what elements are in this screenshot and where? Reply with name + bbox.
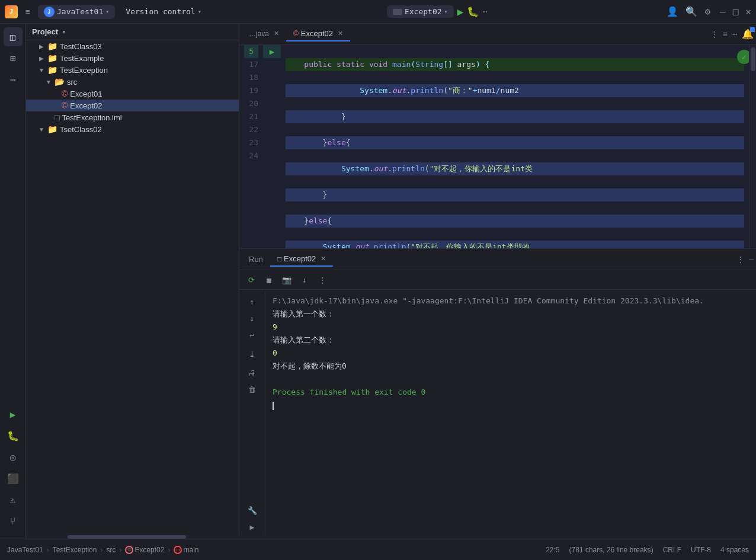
tree-item-testexample[interactable]: ▶ 📁 TestExample [26,52,239,64]
output-line-cmd: F:\Java\jdk-17\bin\java.exe "-javaagent:… [273,295,749,308]
sidebar-icon-structure[interactable]: ⊞ [4,49,23,68]
tree-item-iml[interactable]: ▶ □ TestException.iml [26,111,239,123]
run-gutter-icon[interactable]: ▶ [263,45,281,58]
bc-javatest01[interactable]: JavaTest01 [7,546,43,554]
sidebar-icon-git[interactable]: ⑂ [4,511,23,530]
h-scrollbar-track[interactable] [239,535,756,539]
window-controls: — □ ✕ [720,6,751,17]
tab-folder-icon: □ [277,255,281,263]
rerun-button[interactable]: ⟳ [244,273,258,287]
search-icon[interactable]: 🔍 [685,6,697,17]
code-content[interactable]: public static void main(String[] args) {… [281,45,749,248]
code-line-17: System.out.println("商："+num1/num2 [286,84,744,97]
tree-chevron-icon: ▼ [38,126,45,133]
char-info[interactable]: (781 chars, 26 line breaks) [569,546,654,554]
run-tab-close-icon[interactable]: ✕ [321,255,326,263]
bc-src[interactable]: src [106,546,116,554]
code-line-22: }else{ [286,215,744,228]
output-line-prompt1: 请输入第一个数： [273,308,749,321]
tab-java[interactable]: …java ✕ [242,27,286,41]
scrollbar-thumb[interactable] [751,47,755,71]
run-tab-except02[interactable]: □ Except02 ✕ [270,252,333,267]
tab-more-icon[interactable]: ≡ [723,30,728,39]
tree-item-src[interactable]: ▼ 📂 src [26,76,239,88]
line-ending[interactable]: CRLF [663,546,681,554]
settings-icon[interactable]: ⚙ [704,6,710,17]
indent[interactable]: 4 spaces [720,546,749,554]
tab-list-icon[interactable]: ⋮ [710,30,718,39]
output-line-prompt2: 请输入第二个数： [273,334,749,347]
more-button[interactable]: ⋯ [482,7,487,16]
debug-button[interactable]: 🐛 [467,6,479,17]
clear-button[interactable]: 🗑 [245,382,260,396]
tree-item-except02[interactable]: ▶ © Except02 [26,100,239,111]
hamburger-icon[interactable]: ≡ [23,7,33,17]
project-header[interactable]: Project ▾ [26,24,239,40]
scroll-to-end-button[interactable]: ↓ [297,273,312,287]
tree-item-except01[interactable]: ▶ © Except01 [26,88,239,100]
run-toolbar: ⟳ ■ 📷 ↓ ⋮ [239,270,756,290]
tab-close-icon[interactable]: ✕ [274,30,279,37]
output-cursor-line [273,399,749,412]
tree-item-testexception[interactable]: ▼ 📁 TestException [26,64,239,76]
bc-except02[interactable]: Except02 [134,546,164,554]
sidebar-icon-debug[interactable]: 🐛 [4,426,23,445]
maximize-button[interactable]: □ [733,6,739,17]
sidebar-icon-terminal[interactable]: ⬛ [4,469,23,488]
output-line-success: Process finished with exit code 0 [273,386,749,399]
encoding[interactable]: UTF-8 [691,546,711,554]
tab-except02[interactable]: © Except02 ✕ [286,27,350,41]
java-breadcrumb-icon: © [125,546,133,554]
sidebar-icon-folder[interactable]: ◫ [4,27,23,46]
print-button[interactable]: 🖨 [245,366,260,380]
code-line-19: }else{ [286,136,744,149]
scroll-up-button[interactable]: ↑ [245,295,260,309]
run-tab-run[interactable]: Run [242,252,270,266]
wrap-lines-button[interactable]: ↩ [245,328,260,342]
tab-java-label: …java [249,30,269,38]
output-line-error: 对不起，除数不能为0 [273,360,749,373]
bc-testexception[interactable]: TestException [53,546,97,554]
run-except02-label: Except02 [284,254,316,263]
editor-tabs: …java ✕ © Except02 ✕ ⋮ ≡ ⋯ 🔔 [239,24,756,45]
build-button[interactable]: 🔧 [245,503,260,517]
sidebar-icon-more[interactable]: ⋯ [4,70,23,89]
tree-item-tsetclass02[interactable]: ▼ 📁 TsetClass02 [26,123,239,135]
close-button[interactable]: ✕ [745,6,751,17]
run-again-button[interactable]: ▶ [245,520,260,534]
project-tab[interactable]: J JavaTest01 ▾ [38,5,115,19]
tree-item-testclass03[interactable]: ▶ 📁 TestClass03 [26,40,239,52]
output-prompt1-text: 请输入第一个数： [273,309,334,318]
bc-main[interactable]: main [183,546,198,554]
code-editor[interactable]: 5 17 18 19 20 21 22 23 24 ▶ [239,45,756,248]
cursor-position[interactable]: 22:5 [546,546,559,554]
run-config-selector[interactable]: Except02 ▾ [387,5,454,18]
more-actions-button[interactable]: ⋮ [315,273,329,287]
screenshot-button[interactable]: 📷 [280,273,294,287]
tab-overflow-icon[interactable]: ⋯ [732,30,737,39]
notification-bell[interactable]: 🔔 [742,28,754,40]
bc-main-with-icon[interactable]: m main [174,546,198,554]
minimize-button[interactable]: — [720,6,726,17]
sidebar-icon-problems[interactable]: ⚠ [4,490,23,509]
bc-except02-with-icon[interactable]: © Except02 [125,546,164,554]
profile-icon[interactable]: 👤 [667,6,678,17]
line-numbers: 5 17 18 19 20 21 22 23 24 [239,45,263,248]
run-button[interactable]: ▶ [457,5,464,18]
sidebar-icon-run[interactable]: ▶ [4,405,23,424]
scroll-down-button[interactable]: ↓ [245,311,260,325]
output-input1-text: 9 [273,322,277,331]
run-tab-more-icon[interactable]: ⋮ [736,255,744,264]
stop-button[interactable]: ■ [262,273,276,287]
tab-close-icon[interactable]: ✕ [338,30,343,37]
sidebar-icon-profile[interactable]: ◎ [4,447,23,466]
title-center: Except02 ▾ ▶ 🐛 ⋯ [212,5,662,18]
run-content[interactable]: F:\Java\jdk-17\bin\java.exe "-javaagent:… [265,292,756,536]
version-control-tab[interactable]: Version control ▾ [120,5,207,18]
run-tab-minimize-icon[interactable]: — [749,255,754,264]
folder-icon: 📁 [47,53,57,63]
scroll-to-end-btn[interactable]: ⤓ [245,347,260,361]
left-sidebar: ◫ ⊞ ⋯ ▶ 🐛 ◎ ⬛ ⚠ ⑂ [0,24,26,539]
scrollbar-track[interactable] [749,45,756,248]
run-output: ↑ ↓ ↩ ⤓ 🖨 🗑 🔧 ▶ F:\Java\jdk-17\bin\java.… [239,290,756,539]
